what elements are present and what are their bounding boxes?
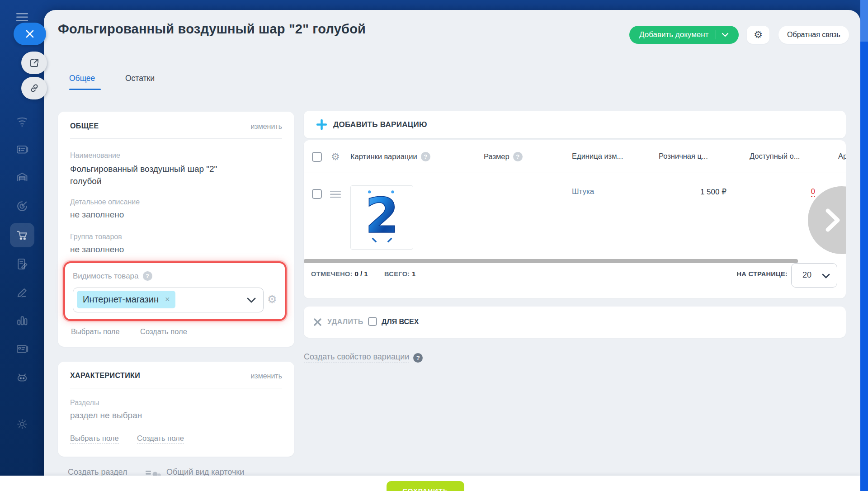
horizontal-scrollbar[interactable] (304, 259, 798, 263)
chevron-down-icon (822, 274, 830, 279)
visibility-tag-label: Интернет-магазин (83, 294, 159, 305)
add-document-button[interactable]: Добавить документ (629, 26, 739, 44)
visibility-label: Видимость товара (73, 272, 139, 281)
feedback-button[interactable]: Обратная связь (778, 26, 849, 44)
sidebar-item-planner[interactable] (15, 143, 29, 156)
question-icon[interactable]: ? (513, 152, 523, 161)
field-label-description: Детальное описание (70, 198, 140, 206)
column-header-available: Доступный о... (750, 152, 800, 161)
tab-stock[interactable]: Остатки (125, 74, 155, 83)
add-variation-card[interactable]: ДОБАВИТЬ ВАРИАЦИЮ (304, 111, 846, 138)
per-page-label: НА СТРАНИЦЕ: (711, 270, 788, 278)
sidebar-item-funnel[interactable] (15, 115, 29, 128)
pencil-icon (15, 286, 29, 299)
delete-x-icon (314, 318, 321, 326)
general-choose-field-link[interactable]: Выбрать поле (71, 327, 120, 337)
field-label-group: Группа товаров (70, 233, 122, 241)
total-count: ВСЕГО: 1 (384, 270, 415, 278)
sidebar-item-crm[interactable] (15, 199, 29, 213)
chevron-right-icon (825, 208, 840, 232)
characteristics-create-field-link[interactable]: Создать поле (137, 434, 184, 444)
balloon-2-image: 2 (357, 189, 407, 246)
sidebar-item-analytics[interactable] (15, 314, 29, 327)
column-header-size: Размер ? (484, 152, 523, 161)
remove-tag-icon[interactable]: × (165, 295, 170, 304)
copy-link-button[interactable] (21, 77, 47, 99)
row-checkbox[interactable] (312, 189, 322, 199)
drag-handle-icon[interactable] (330, 191, 341, 198)
per-page-select[interactable]: 20 (791, 263, 837, 288)
sidebar-item-shop[interactable] (15, 228, 29, 242)
table-settings-gear-icon[interactable]: ⚙ (331, 152, 340, 162)
gear-icon (15, 417, 29, 431)
add-variation-label: ДОБАВИТЬ ВАРИАЦИЮ (333, 120, 427, 129)
sidebar-item-warehouse[interactable] (15, 170, 29, 184)
sidebar-item-contacts[interactable] (15, 342, 29, 356)
row-price[interactable]: 1 500 ₽ (647, 187, 726, 197)
chevron-down-icon[interactable] (722, 33, 729, 37)
close-icon (26, 30, 34, 38)
add-document-label: Добавить документ (639, 30, 708, 39)
save-button[interactable]: СОХРАНИТЬ (387, 481, 464, 491)
id-card-icon (15, 342, 29, 356)
gear-icon: ⚙ (754, 30, 763, 40)
row-available-wrap: 0 (750, 187, 815, 196)
variation-image[interactable]: 2 (350, 185, 413, 250)
footer-bar: СОХРАНИТЬ (0, 476, 860, 491)
sidebar-item-signature[interactable] (15, 286, 29, 299)
sidebar-item-settings[interactable] (15, 417, 29, 431)
sidebar-item-documents[interactable] (15, 257, 29, 271)
field-value-description: не заполнено (70, 210, 124, 220)
divider (70, 138, 282, 139)
bulk-actions-card: УДАЛИТЬ ДЛЯ ВСЕХ (304, 307, 846, 338)
visibility-select[interactable]: Интернет-магазин × (73, 288, 264, 312)
tab-general-underline (69, 89, 101, 90)
per-page-value: 20 (802, 270, 811, 280)
hamburger-menu-icon[interactable] (16, 13, 28, 22)
sections-value: раздел не выбран (70, 411, 142, 420)
column-header-unit: Единица изм... (572, 152, 623, 161)
characteristics-edit-link[interactable]: изменить (203, 372, 282, 380)
delete-button[interactable]: УДАЛИТЬ (327, 318, 363, 326)
header-divider (58, 59, 849, 59)
app-root: Фольгированный воздушный шар "2" голубой… (0, 0, 868, 491)
create-variation-property-link[interactable]: Создать свойство вариации (304, 352, 409, 363)
question-icon[interactable]: ? (421, 152, 430, 161)
question-icon[interactable]: ? (413, 353, 423, 363)
tab-general[interactable]: Общее (69, 74, 95, 83)
select-all-checkbox[interactable] (312, 152, 322, 162)
column-header-price: Розничная ц... (659, 152, 708, 161)
for-all-label[interactable]: ДЛЯ ВСЕХ (382, 318, 419, 326)
funnel-icon (15, 115, 29, 128)
page-title: Фольгированный воздушный шар "2" голубой (58, 22, 366, 37)
create-variation-property[interactable]: Создать свойство вариации ? (304, 352, 423, 363)
chevron-down-icon[interactable] (247, 297, 256, 303)
bar-chart-icon (15, 314, 29, 327)
field-value-name: Фольгированный воздушный шар "2" голубой (70, 163, 228, 187)
visibility-settings-gear-icon[interactable]: ⚙ (267, 294, 277, 305)
sidebar-item-bots[interactable] (15, 371, 29, 384)
question-icon[interactable]: ? (143, 271, 152, 281)
target-icon (15, 199, 29, 213)
link-icon (29, 83, 39, 93)
general-edit-link[interactable]: изменить (203, 123, 282, 131)
row-unit[interactable]: Штука (572, 187, 594, 196)
button-divider (716, 30, 716, 39)
general-create-field-link[interactable]: Создать поле (140, 327, 187, 337)
characteristics-card: ХАРАКТЕРИСТИКИ изменить Разделы раздел н… (58, 362, 294, 457)
field-label-name: Наименование (70, 151, 120, 160)
close-panel-button[interactable] (14, 23, 46, 45)
sections-label: Разделы (70, 399, 99, 407)
page-scrollbar[interactable] (860, 0, 868, 491)
cart-icon (15, 228, 29, 242)
open-in-new-button[interactable] (21, 52, 47, 74)
plus-icon (316, 119, 327, 130)
calendar-icon (15, 143, 29, 156)
page-scrollbar-thumb[interactable] (860, 0, 868, 42)
settings-button[interactable]: ⚙ (747, 26, 769, 44)
svg-text:2: 2 (365, 189, 398, 244)
for-all-checkbox[interactable] (368, 317, 377, 326)
variations-table-card: ⚙ Картинки вариации ? Размер ? Единица и… (304, 140, 846, 298)
characteristics-choose-field-link[interactable]: Выбрать поле (70, 434, 119, 444)
row-available[interactable]: 0 (811, 187, 815, 197)
